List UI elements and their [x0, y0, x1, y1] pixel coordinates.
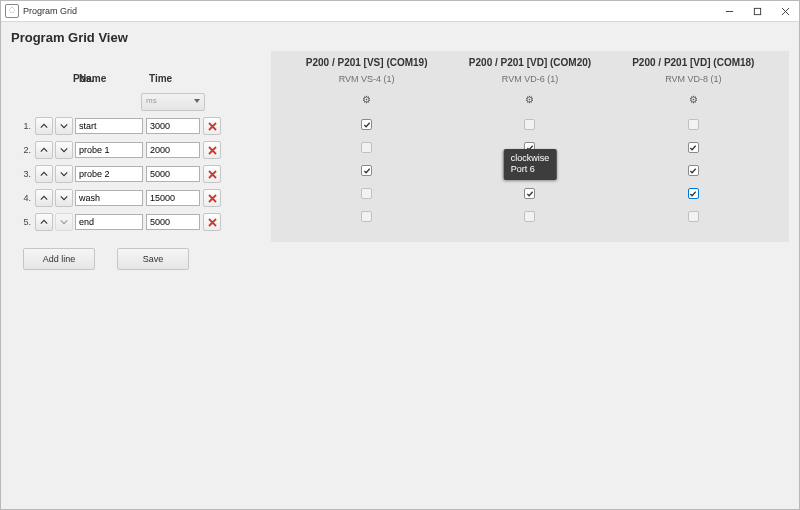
row-index: 4. [11, 193, 35, 203]
minimize-button[interactable] [715, 1, 743, 21]
move-down-button[interactable] [55, 213, 73, 231]
delete-row-button[interactable] [203, 189, 221, 207]
add-line-button[interactable]: Add line [23, 248, 95, 270]
device-title: P200 / P201 [VD] (COM18) [612, 57, 775, 68]
grid-checkbox[interactable] [688, 142, 699, 153]
delete-row-button[interactable] [203, 141, 221, 159]
grid-row [285, 182, 775, 205]
grid-checkbox[interactable] [524, 119, 535, 130]
row-index: 3. [11, 169, 35, 179]
row-index: 2. [11, 145, 35, 155]
device-column-header: P200 / P201 [VD] (COM20)RVM VD-6 (1) [448, 57, 611, 84]
move-down-button[interactable] [55, 189, 73, 207]
grid-checkbox[interactable] [688, 211, 699, 222]
grid-checkbox[interactable] [524, 211, 535, 222]
header-name: Name [77, 73, 147, 84]
grid-checkbox[interactable] [688, 165, 699, 176]
delete-row-button[interactable] [203, 165, 221, 183]
close-button[interactable] [771, 1, 799, 21]
step-name-input[interactable] [75, 190, 143, 206]
grid-checkbox[interactable] [361, 165, 372, 176]
program-row: 4. [11, 186, 261, 210]
move-up-button[interactable] [35, 141, 53, 159]
tooltip-line2: Port 6 [511, 164, 535, 174]
program-row: 1. [11, 114, 261, 138]
move-down-button[interactable] [55, 165, 73, 183]
move-down-button[interactable] [55, 141, 73, 159]
gear-icon: ⚙︎ [362, 94, 371, 105]
step-name-input[interactable] [75, 214, 143, 230]
device-settings-button[interactable]: ⚙︎ [448, 94, 611, 105]
titlebar: ◌ Program Grid [1, 1, 799, 22]
grid-checkbox[interactable] [361, 211, 372, 222]
step-name-input[interactable] [75, 142, 143, 158]
grid-row [285, 113, 775, 136]
step-time-input[interactable] [146, 142, 200, 158]
move-up-button[interactable] [35, 165, 53, 183]
cell-tooltip: clockwise Port 6 [504, 149, 557, 180]
device-settings-button[interactable]: ⚙︎ [612, 94, 775, 105]
gear-icon: ⚙︎ [689, 94, 698, 105]
program-row: 2. [11, 138, 261, 162]
app-icon: ◌ [5, 4, 19, 18]
move-down-button[interactable] [55, 117, 73, 135]
time-unit-select[interactable]: ms [141, 93, 205, 111]
tooltip-line1: clockwise [511, 153, 550, 163]
grid-checkbox[interactable] [688, 188, 699, 199]
page-title: Program Grid View [1, 22, 799, 51]
svg-rect-1 [754, 8, 760, 14]
grid-checkbox[interactable] [361, 188, 372, 199]
step-time-input[interactable] [146, 214, 200, 230]
device-title: P200 / P201 [VS] (COM19) [285, 57, 448, 68]
app-window: ◌ Program Grid Program Grid View Pos. Na… [0, 0, 800, 510]
row-index: 1. [11, 121, 35, 131]
grid-row [285, 205, 775, 228]
device-subtitle: RVM VS-4 (1) [285, 74, 448, 84]
step-name-input[interactable] [75, 166, 143, 182]
save-button[interactable]: Save [117, 248, 189, 270]
maximize-button[interactable] [743, 1, 771, 21]
step-time-input[interactable] [146, 118, 200, 134]
device-column-header: P200 / P201 [VS] (COM19)RVM VS-4 (1) [285, 57, 448, 84]
window-title: Program Grid [23, 6, 77, 16]
delete-row-button[interactable] [203, 117, 221, 135]
device-subtitle: RVM VD-6 (1) [448, 74, 611, 84]
grid-checkbox[interactable] [524, 188, 535, 199]
step-time-input[interactable] [146, 190, 200, 206]
device-grid: P200 / P201 [VS] (COM19)RVM VS-4 (1)P200… [271, 51, 789, 242]
move-up-button[interactable] [35, 117, 53, 135]
move-up-button[interactable] [35, 189, 53, 207]
grid-checkbox[interactable] [361, 119, 372, 130]
move-up-button[interactable] [35, 213, 53, 231]
step-name-input[interactable] [75, 118, 143, 134]
device-settings-button[interactable]: ⚙︎ [285, 94, 448, 105]
time-unit-row: ms [11, 90, 261, 114]
grid-checkbox[interactable] [688, 119, 699, 130]
program-editor: Pos. Name Time ms 1.2.3.4.5. Add line Sa… [11, 51, 261, 270]
gear-icon: ⚙︎ [525, 94, 534, 105]
header-time: Time [147, 73, 203, 84]
device-column-header: P200 / P201 [VD] (COM18)RVM VD-8 (1) [612, 57, 775, 84]
program-row: 3. [11, 162, 261, 186]
row-index: 5. [11, 217, 35, 227]
program-row: 5. [11, 210, 261, 234]
step-time-input[interactable] [146, 166, 200, 182]
device-subtitle: RVM VD-8 (1) [612, 74, 775, 84]
grid-checkbox[interactable] [361, 142, 372, 153]
delete-row-button[interactable] [203, 213, 221, 231]
left-column-headers: Pos. Name Time [11, 69, 261, 90]
device-title: P200 / P201 [VD] (COM20) [448, 57, 611, 68]
